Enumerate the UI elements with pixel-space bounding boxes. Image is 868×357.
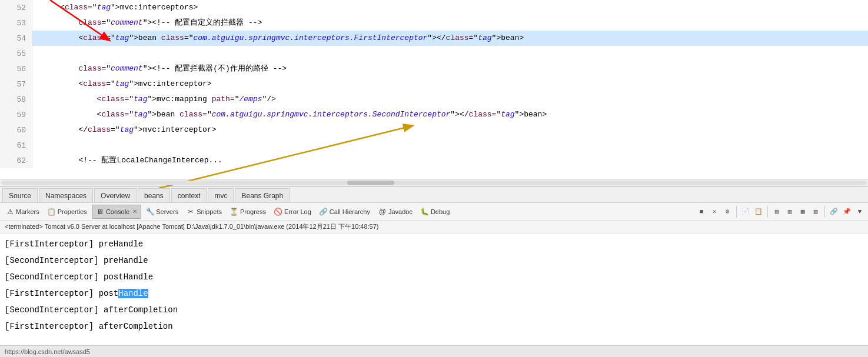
link-button[interactable]: 🔗: [828, 206, 840, 218]
chevron-button[interactable]: ▼: [854, 206, 866, 218]
scrollbar-thumb[interactable]: [347, 181, 394, 185]
markers-tab[interactable]: ⚠ Markers: [2, 205, 43, 219]
pin-button[interactable]: 📌: [841, 206, 853, 218]
console-label: Console: [106, 208, 129, 215]
line-content: <class="tag">bean class="com.atguigu.spr…: [32, 31, 524, 46]
toolbar-right-buttons: ■ ✕ ⚙ 📄 📋 ▤ ▥ ▦ ▧ 🔗 📌 ▼: [696, 206, 866, 218]
snippets-icon: ✂: [187, 208, 195, 216]
code-lines: 52 <class="tag">mvc:interceptors>53 clas…: [0, 0, 868, 168]
properties-tab[interactable]: 📋 Properties: [44, 205, 91, 219]
horizontal-scrollbar[interactable]: [0, 179, 868, 186]
debug-icon: 🐛: [421, 208, 429, 216]
tab-beans-graph[interactable]: Beans Graph: [235, 188, 290, 202]
line-content: class="comment"><!-- 配置自定义的拦截器 -->: [32, 15, 262, 31]
properties-label: Properties: [58, 208, 87, 215]
status-url: https://blog.csdn.net/awsasd5: [5, 348, 90, 355]
console-output: [FirstInterceptor] preHandle[SecondInter…: [0, 233, 868, 357]
snippets-label: Snippets: [197, 208, 222, 215]
console-output-line: [FirstInterceptor] postHandle: [5, 285, 863, 302]
layout-button-1[interactable]: ▤: [771, 206, 783, 218]
console-output-line: [FirstInterceptor] afterCompletion: [5, 318, 863, 335]
callhierarchy-tab[interactable]: 🔗 Call Hierarchy: [316, 205, 374, 219]
progress-tab[interactable]: ⏳ Progress: [227, 205, 270, 219]
code-editor: 52 <class="tag">mvc:interceptors>53 clas…: [0, 0, 868, 179]
tab-source[interactable]: Source: [2, 188, 38, 202]
layout-button-2[interactable]: ▥: [784, 206, 796, 218]
line-number: 59: [0, 107, 32, 122]
code-line: 62 <!-- 配置LocaleChangeIntercep...: [0, 153, 868, 168]
console-status-text: <terminated> Tomcat v6.0 Server at local…: [5, 222, 379, 231]
line-number: 61: [0, 138, 32, 153]
line-number: 57: [0, 76, 32, 92]
separator-2: [767, 206, 768, 218]
line-number: 53: [0, 15, 32, 31]
layout-button-3[interactable]: ▦: [797, 206, 809, 218]
errorlog-tab[interactable]: 🚫 Error Log: [271, 205, 315, 219]
editor-tabs: SourceNamespacesOverviewbeanscontextmvcB…: [0, 186, 868, 203]
javadoc-icon: @: [378, 208, 387, 216]
console-toolbar: ⚠ Markers 📋 Properties 🖥 Console ✕ 🔧 Ser…: [0, 203, 868, 221]
paste-button[interactable]: 📋: [753, 206, 764, 218]
callhierarchy-label: Call Hierarchy: [330, 208, 370, 215]
close-button[interactable]: ✕: [709, 206, 720, 218]
console-status-bar: <terminated> Tomcat v6.0 Server at local…: [0, 221, 868, 233]
stop-button[interactable]: ■: [696, 206, 707, 218]
servers-tab[interactable]: 🔧 Servers: [142, 205, 182, 219]
code-line: 56 class="comment"><!-- 配置拦截器(不)作用的路径 --…: [0, 61, 868, 76]
servers-icon: 🔧: [146, 208, 154, 216]
line-number: 54: [0, 31, 32, 46]
errorlog-label: Error Log: [284, 208, 311, 215]
console-tab[interactable]: 🖥 Console ✕: [92, 205, 141, 219]
status-bar: https://blog.csdn.net/awsasd5: [0, 345, 868, 357]
debug-label: Debug: [431, 208, 450, 215]
console-output-line: [SecondInterceptor] postHandle: [5, 269, 863, 285]
line-content: <class="tag">bean class="com.atguigu.spr…: [32, 107, 547, 122]
separator-3: [824, 206, 825, 218]
tab-namespaces[interactable]: Namespaces: [39, 188, 93, 202]
line-content: </class="tag">mvc:interceptor>: [32, 122, 216, 138]
highlighted-text: Handle: [118, 289, 148, 298]
markers-label: Markers: [16, 208, 39, 215]
code-line: 61: [0, 138, 868, 153]
copy-button[interactable]: 📄: [740, 206, 751, 218]
scrollbar-track[interactable]: [1, 181, 867, 185]
debug-tab[interactable]: 🐛 Debug: [417, 205, 453, 219]
code-line: 53 class="comment"><!-- 配置自定义的拦截器 -->: [0, 15, 868, 31]
code-line: 52 <class="tag">mvc:interceptors>: [0, 0, 868, 15]
console-output-line: [SecondInterceptor] preHandle: [5, 252, 863, 269]
layout-button-4[interactable]: ▧: [810, 206, 822, 218]
code-line: 60 </class="tag">mvc:interceptor>: [0, 122, 868, 138]
tab-beans[interactable]: beans: [138, 188, 170, 202]
line-content: <class="tag">mvc:mapping path="/emps"/>: [32, 92, 276, 107]
javadoc-label: Javadoc: [388, 208, 413, 215]
code-line: 57 <class="tag">mvc:interceptor>: [0, 76, 868, 92]
tab-overview[interactable]: Overview: [94, 188, 137, 202]
progress-icon: ⏳: [230, 208, 238, 216]
console-output-line: [SecondInterceptor] afterCompletion: [5, 302, 863, 318]
console-output-line: [FirstInterceptor] preHandle: [5, 236, 863, 252]
console-icon: 🖥: [96, 208, 104, 216]
minimize-button[interactable]: ⚙: [721, 206, 733, 218]
javadoc-tab[interactable]: @ Javadoc: [375, 205, 416, 219]
line-content: class="comment"><!-- 配置拦截器(不)作用的路径 -->: [32, 61, 287, 76]
tab-context[interactable]: context: [171, 188, 207, 202]
bottom-section: ⚠ Markers 📋 Properties 🖥 Console ✕ 🔧 Ser…: [0, 203, 868, 357]
code-line: 59 <class="tag">bean class="com.atguigu.…: [0, 107, 868, 122]
code-line: 54 <class="tag">bean class="com.atguigu.…: [0, 31, 868, 46]
snippets-tab[interactable]: ✂ Snippets: [183, 205, 225, 219]
tab-mvc[interactable]: mvc: [208, 188, 234, 202]
console-close-x[interactable]: ✕: [132, 208, 137, 215]
markers-icon: ⚠: [6, 208, 14, 216]
servers-label: Servers: [156, 208, 178, 215]
callhierarchy-icon: 🔗: [320, 208, 328, 216]
code-line: 58 <class="tag">mvc:mapping path="/emps"…: [0, 92, 868, 107]
line-number: 62: [0, 153, 32, 168]
code-line: 55: [0, 46, 868, 61]
separator-1: [736, 206, 737, 218]
line-content: <class="tag">mvc:interceptor>: [32, 76, 212, 92]
line-number: 58: [0, 92, 32, 107]
progress-label: Progress: [240, 208, 266, 215]
line-content: <class="tag">mvc:interceptors>: [32, 0, 198, 15]
line-number: 52: [0, 0, 32, 15]
errorlog-icon: 🚫: [274, 208, 282, 216]
